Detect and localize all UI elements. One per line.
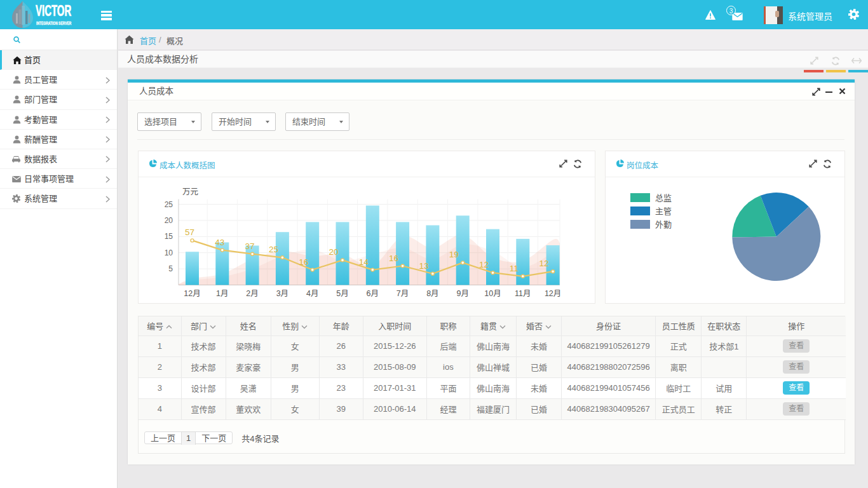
svg-text:20: 20 bbox=[329, 247, 338, 257]
svg-text:13: 13 bbox=[419, 261, 428, 271]
svg-text:16: 16 bbox=[389, 254, 398, 263]
svg-text:12月: 12月 bbox=[545, 289, 561, 298]
svg-text:1月: 1月 bbox=[216, 289, 228, 298]
svg-text:外勤: 外勤 bbox=[655, 220, 672, 229]
svg-text:19: 19 bbox=[449, 250, 459, 259]
svg-text:5月: 5月 bbox=[336, 289, 348, 298]
svg-text:5: 5 bbox=[168, 264, 173, 273]
svg-text:14: 14 bbox=[359, 257, 369, 267]
svg-text:7月: 7月 bbox=[397, 289, 409, 298]
svg-text:主管: 主管 bbox=[655, 207, 672, 216]
svg-text:总监: 总监 bbox=[655, 193, 672, 203]
svg-text:10月: 10月 bbox=[484, 289, 501, 298]
svg-text:6月: 6月 bbox=[367, 289, 379, 298]
svg-text:57: 57 bbox=[185, 227, 194, 237]
svg-text:25: 25 bbox=[269, 245, 278, 254]
svg-text:4月: 4月 bbox=[306, 289, 318, 298]
svg-text:12: 12 bbox=[479, 260, 489, 269]
svg-text:万元: 万元 bbox=[182, 187, 198, 196]
svg-text:25: 25 bbox=[165, 200, 173, 209]
svg-text:12月: 12月 bbox=[184, 289, 200, 298]
svg-text:43: 43 bbox=[215, 238, 224, 247]
svg-text:9月: 9月 bbox=[456, 289, 468, 298]
svg-text:15: 15 bbox=[165, 232, 173, 241]
svg-text:8月: 8月 bbox=[426, 289, 438, 298]
svg-text:16: 16 bbox=[299, 257, 308, 267]
svg-text:10: 10 bbox=[165, 248, 173, 257]
svg-text:11: 11 bbox=[510, 264, 519, 273]
svg-text:37: 37 bbox=[245, 241, 255, 251]
svg-text:20: 20 bbox=[165, 216, 173, 225]
svg-text:12: 12 bbox=[539, 259, 549, 268]
svg-text:2月: 2月 bbox=[246, 289, 258, 298]
svg-text:3月: 3月 bbox=[276, 289, 288, 298]
svg-text:11月: 11月 bbox=[515, 289, 531, 298]
